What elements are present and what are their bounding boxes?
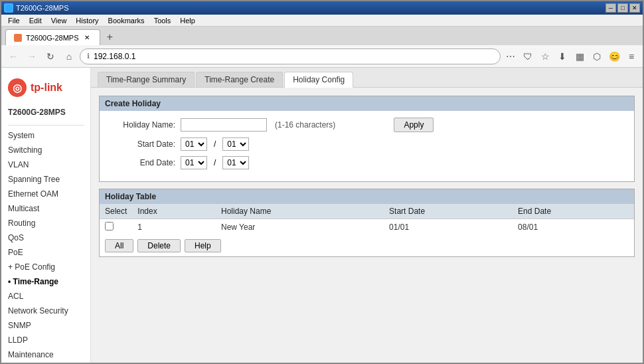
sidebar-item-time-range[interactable]: • Time-Range xyxy=(1,274,90,289)
sidebar-item-vlan[interactable]: VLAN xyxy=(1,157,90,172)
tab-holiday-config[interactable]: Holiday Config xyxy=(284,72,353,88)
logo-text: tp-link xyxy=(31,82,62,94)
start-day-select[interactable]: 01020304 05060708 09101112 13141516 1718… xyxy=(222,137,249,151)
settings-icon[interactable]: ≡ xyxy=(624,49,639,64)
home-button[interactable]: ⌂ xyxy=(61,48,77,64)
holiday-name-row: Holiday Name: (1-16 characters) Apply xyxy=(109,118,625,132)
sidebar-item-snmp[interactable]: SNMP xyxy=(1,318,90,333)
row-name: New Year xyxy=(216,219,384,236)
sidebar-item-maintenance[interactable]: Maintenance xyxy=(1,347,90,362)
row-checkbox-cell xyxy=(100,219,132,236)
sidebar-item-acl[interactable]: ACL xyxy=(1,289,90,304)
sidebar-item-network-security[interactable]: Network Security xyxy=(1,304,90,318)
page-content: ◎ tp-link T2600G-28MPS System Switching … xyxy=(1,68,643,363)
address-input[interactable] xyxy=(94,52,493,61)
holiday-table: Select Index Holiday Name Start Date End… xyxy=(100,204,634,235)
menu-view[interactable]: View xyxy=(47,16,71,25)
tab-time-range-create[interactable]: Time-Range Create xyxy=(196,72,283,87)
sidebar-item-save-config[interactable]: Save Config xyxy=(1,362,90,363)
new-tab-button[interactable]: + xyxy=(102,29,118,45)
menu-file[interactable]: File xyxy=(4,16,24,25)
apply-button[interactable]: Apply xyxy=(394,118,434,132)
menu-history[interactable]: History xyxy=(72,16,102,25)
sidebar-item-multicast[interactable]: Multicast xyxy=(1,201,90,216)
browser-chrome: T2600G-28MPS ✕ + ← → ↻ ⌂ ℹ ⋯ 🛡 ☆ ⬇ ▦ ⬡ 😊 xyxy=(1,27,643,68)
main-area: Time-Range Summary Time-Range Create Hol… xyxy=(91,68,643,363)
end-day-select[interactable]: 01020304 05060708 09101112 13141516 1718… xyxy=(222,156,249,169)
holiday-name-label: Holiday Name: xyxy=(109,120,175,130)
sidebar: ◎ tp-link T2600G-28MPS System Switching … xyxy=(1,68,91,363)
col-index: Index xyxy=(132,204,216,219)
sidebar-item-routing[interactable]: Routing xyxy=(1,216,90,230)
end-date-sep: / xyxy=(212,158,217,167)
maximize-button[interactable]: □ xyxy=(617,3,628,13)
create-holiday-body: Holiday Name: (1-16 characters) Apply St… xyxy=(100,111,634,181)
sidebar-item-poe[interactable]: PoE xyxy=(1,245,90,260)
start-date-row: Start Date: 01020304 05060708 09101112 /… xyxy=(109,137,625,151)
col-holiday-name: Holiday Name xyxy=(216,204,384,219)
sidebar-item-spanning-tree[interactable]: Spanning Tree xyxy=(1,172,90,187)
col-start-date: Start Date xyxy=(384,204,513,219)
tab-bar: T2600G-28MPS ✕ + xyxy=(1,27,643,45)
table-btn-row: All Delete Help xyxy=(100,235,634,256)
back-button[interactable]: ← xyxy=(5,48,21,64)
app-icon: 🌐 xyxy=(4,3,13,13)
title-bar: 🌐 T2600G-28MPS ─ □ ✕ xyxy=(1,1,643,15)
menu-tools[interactable]: Tools xyxy=(150,16,175,25)
end-date-row: End Date: 01020304 05060708 09101112 / 0… xyxy=(109,156,625,169)
account-icon[interactable]: 😊 xyxy=(607,49,621,64)
tab-close-button[interactable]: ✕ xyxy=(82,33,92,43)
device-title: T2600G-28MPS xyxy=(1,105,90,122)
page-tab-nav: Time-Range Summary Time-Range Create Hol… xyxy=(91,68,643,88)
sidebar-item-system[interactable]: System xyxy=(1,128,90,143)
table-row: 1 New Year 01/01 08/01 xyxy=(100,219,634,236)
address-bar: ℹ xyxy=(80,48,501,64)
close-button[interactable]: ✕ xyxy=(629,3,640,13)
menu-edit[interactable]: Edit xyxy=(25,16,46,25)
browser-tab-active[interactable]: T2600G-28MPS ✕ xyxy=(5,29,100,45)
collections-icon[interactable]: ▦ xyxy=(572,49,587,64)
shield-icon: 🛡 xyxy=(521,49,535,64)
info-icon: ℹ xyxy=(87,52,90,60)
menu-bookmarks[interactable]: Bookmarks xyxy=(104,16,149,25)
logo-area: ◎ tp-link xyxy=(1,74,90,105)
star-icon[interactable]: ☆ xyxy=(538,49,552,64)
row-index: 1 xyxy=(132,219,216,236)
delete-button[interactable]: Delete xyxy=(137,239,181,252)
end-date-label: End Date: xyxy=(109,158,175,167)
sidebar-item-qos[interactable]: QoS xyxy=(1,230,90,245)
all-button[interactable]: All xyxy=(105,239,133,252)
sidebar-item-ethernet-oam[interactable]: Ethernet OAM xyxy=(1,187,90,201)
sidebar-item-poe-config[interactable]: + PoE Config xyxy=(1,260,90,274)
row-checkbox[interactable] xyxy=(105,222,114,230)
forward-button[interactable]: → xyxy=(24,48,40,64)
col-select: Select xyxy=(100,204,132,219)
more-button[interactable]: ⋯ xyxy=(503,49,518,64)
sidebar-item-lldp[interactable]: LLDP xyxy=(1,333,90,347)
holiday-name-hint: (1-16 characters) xyxy=(275,120,335,130)
help-button[interactable]: Help xyxy=(185,239,221,252)
col-end-date: End Date xyxy=(513,204,634,219)
tab-favicon xyxy=(14,34,22,42)
refresh-button[interactable]: ↻ xyxy=(42,48,58,64)
menu-help[interactable]: Help xyxy=(176,16,199,25)
tab-time-range-summary[interactable]: Time-Range Summary xyxy=(98,72,195,87)
window-title: T2600G-28MPS xyxy=(16,4,68,12)
row-start-date: 01/01 xyxy=(384,219,513,236)
logo-icon: ◎ xyxy=(8,78,27,97)
content-area: Create Holiday Holiday Name: (1-16 chara… xyxy=(91,88,643,272)
start-date-sep: / xyxy=(212,139,217,149)
holiday-table-header: Holiday Table xyxy=(100,189,634,204)
create-holiday-header: Create Holiday xyxy=(100,96,634,111)
sidebar-item-switching[interactable]: Switching xyxy=(1,143,90,157)
minimize-button[interactable]: ─ xyxy=(605,3,616,13)
download-icon[interactable]: ⬇ xyxy=(555,49,570,64)
holiday-name-input[interactable] xyxy=(181,118,267,132)
holiday-table-section: Holiday Table Select Index Holiday Name … xyxy=(99,189,635,257)
end-month-select[interactable]: 01020304 05060708 09101112 xyxy=(181,156,207,169)
start-month-select[interactable]: 01020304 05060708 09101112 xyxy=(181,137,207,151)
create-holiday-section: Create Holiday Holiday Name: (1-16 chara… xyxy=(99,96,635,182)
start-date-label: Start Date: xyxy=(109,139,175,149)
menu-bar: File Edit View History Bookmarks Tools H… xyxy=(1,15,643,27)
extensions-icon[interactable]: ⬡ xyxy=(590,49,604,64)
